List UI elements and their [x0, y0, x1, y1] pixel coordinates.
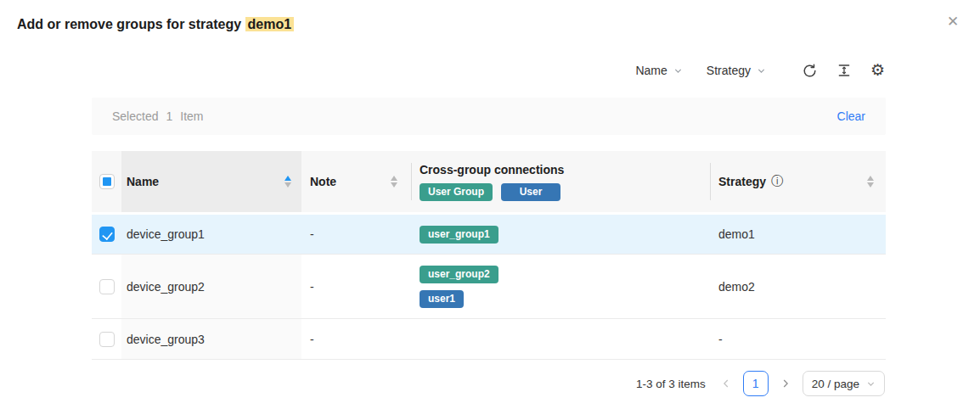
strategy-value: demo2 — [718, 280, 755, 294]
header-strategy-cell: Strategy ⓘ — [710, 151, 886, 212]
dialog: Add or remove groups for strategy demo1 … — [0, 0, 980, 420]
row-checkbox-cell — [92, 255, 121, 318]
row-strategy-cell: demo1 — [710, 215, 886, 254]
refresh-icon[interactable] — [802, 63, 818, 79]
strategy-value: demo1 — [718, 227, 755, 241]
close-icon[interactable]: ✕ — [943, 12, 963, 32]
row-checkbox[interactable] — [99, 332, 115, 347]
row-cross-group-cell: user_group1 — [411, 215, 710, 254]
prev-page-icon[interactable] — [721, 378, 731, 389]
strategy-value: - — [718, 333, 723, 346]
filter-strategy[interactable]: Strategy — [707, 64, 766, 77]
cross-group-legend: User Group User — [420, 183, 564, 201]
sort-icon-name[interactable] — [284, 176, 291, 188]
note-value: - — [310, 280, 314, 294]
row-note-cell: - — [301, 255, 411, 318]
page-size-select[interactable]: 20 / page — [803, 371, 885, 396]
row-checkbox[interactable] — [99, 279, 115, 294]
row-checkbox-cell — [92, 319, 121, 359]
note-value: - — [310, 333, 314, 346]
groups-table: Name Note Cross-group connections User G… — [92, 151, 886, 360]
title-highlight: demo1 — [245, 17, 295, 31]
selected-unit: Item — [180, 109, 203, 123]
header-note-label: Note — [310, 175, 336, 188]
settings-icon[interactable]: ⚙ — [870, 63, 885, 78]
clear-selection-link[interactable]: Clear — [837, 109, 865, 123]
user-group-tag: user_group1 — [420, 226, 498, 244]
next-page-icon[interactable] — [780, 378, 791, 389]
filter-strategy-label: Strategy — [707, 64, 751, 77]
row-strategy-cell: - — [710, 319, 886, 359]
group-name: device_group3 — [127, 333, 205, 346]
row-height-icon[interactable] — [836, 63, 852, 78]
filter-name[interactable]: Name — [635, 64, 682, 77]
filter-name-label: Name — [635, 64, 667, 77]
row-checkbox[interactable] — [99, 227, 115, 242]
chevron-down-icon — [673, 66, 683, 76]
header-cross-group-cell: Cross-group connections User Group User — [411, 151, 710, 212]
group-name: device_group1 — [127, 227, 205, 241]
row-name-cell: device_group1 — [121, 215, 301, 254]
chevron-down-icon — [866, 379, 876, 389]
header-name-cell: Name — [121, 151, 301, 212]
legend-tag-user-group: User Group — [420, 183, 493, 201]
selected-label: Selected — [112, 109, 158, 123]
row-strategy-cell: demo2 — [710, 255, 886, 318]
selected-count: 1 — [166, 109, 172, 123]
header-name-label: Name — [127, 175, 159, 188]
table-row[interactable]: device_group1 - user_group1 demo1 — [92, 215, 886, 255]
header-strategy-label: Strategy — [718, 175, 766, 188]
page-size-value: 20 / page — [812, 378, 859, 390]
sort-icon-note[interactable] — [391, 176, 397, 188]
table-header-row: Name Note Cross-group connections User G… — [92, 151, 886, 212]
user-tag: user1 — [420, 290, 464, 308]
selection-summary: Selected 1 Item — [112, 109, 204, 123]
legend-tag-user: User — [501, 183, 560, 201]
info-icon[interactable]: ⓘ — [771, 174, 783, 189]
chevron-down-icon — [757, 66, 766, 76]
page-number-button[interactable]: 1 — [743, 371, 769, 396]
table-row[interactable]: device_group2 - user_group2 user1 demo2 — [92, 255, 886, 319]
note-value: - — [310, 227, 314, 241]
pagination: 1-3 of 3 items 1 20 / page — [636, 371, 885, 396]
page-title: Add or remove groups for strategy demo1 — [17, 17, 294, 32]
row-checkbox-cell — [92, 215, 121, 254]
toolbar: Name Strategy ⚙ — [611, 59, 885, 81]
sort-icon-strategy[interactable] — [867, 176, 874, 188]
title-text: Add or remove groups for strategy — [17, 17, 245, 31]
selection-bar: Selected 1 Item Clear — [92, 98, 886, 135]
header-checkbox-cell — [92, 151, 121, 212]
pagination-total: 1-3 of 3 items — [636, 378, 706, 390]
user-group-tag: user_group2 — [420, 266, 498, 283]
table-row[interactable]: device_group3 - - — [92, 319, 886, 360]
row-note-cell: - — [301, 319, 411, 359]
group-name: device_group2 — [127, 280, 205, 294]
header-cross-group-label: Cross-group connections — [420, 163, 564, 176]
row-cross-group-cell — [411, 319, 710, 359]
row-cross-group-cell: user_group2 user1 — [411, 255, 710, 318]
row-name-cell: device_group3 — [121, 319, 301, 359]
select-all-checkbox[interactable] — [99, 174, 115, 189]
row-name-cell: device_group2 — [121, 255, 301, 318]
row-note-cell: - — [301, 215, 411, 254]
header-note-cell: Note — [301, 151, 411, 212]
